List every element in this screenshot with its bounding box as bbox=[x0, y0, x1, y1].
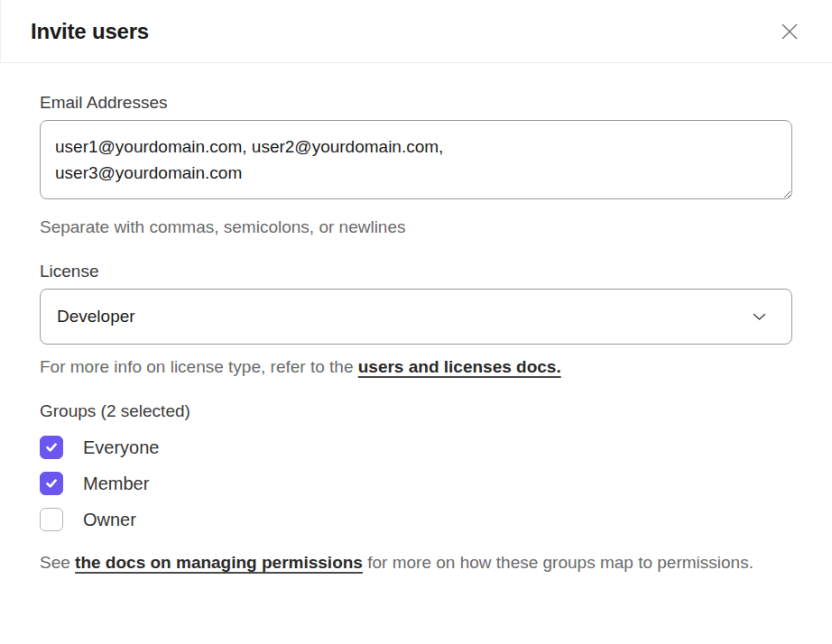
license-selected-value: Developer bbox=[57, 307, 135, 327]
managing-permissions-docs-link[interactable]: the docs on managing permissions bbox=[75, 553, 363, 572]
license-helper-prefix: For more info on license type, refer to … bbox=[40, 357, 358, 376]
modal-header: Invite users bbox=[0, 0, 832, 63]
email-helper-text: Separate with commas, semicolons, or new… bbox=[40, 214, 792, 240]
group-option-everyone[interactable]: Everyone bbox=[40, 434, 792, 461]
checkmark-icon bbox=[44, 440, 59, 455]
email-addresses-input[interactable]: user1@yourdomain.com, user2@yourdomain.c… bbox=[40, 120, 792, 199]
chevron-down-icon bbox=[753, 313, 766, 321]
group-option-owner[interactable]: Owner bbox=[40, 506, 792, 533]
email-addresses-field: Email Addresses user1@yourdomain.com, us… bbox=[40, 93, 792, 240]
close-button[interactable] bbox=[774, 16, 805, 47]
groups-helper-text: See the docs on managing permissions for… bbox=[40, 549, 792, 575]
license-field: License Developer For more info on licen… bbox=[40, 262, 792, 380]
users-and-licenses-docs-link[interactable]: users and licenses docs. bbox=[358, 357, 561, 376]
member-checkbox-label: Member bbox=[83, 474, 149, 494]
groups-label: Groups (2 selected) bbox=[40, 401, 792, 421]
email-addresses-label: Email Addresses bbox=[40, 93, 792, 113]
modal-body: Email Addresses user1@yourdomain.com, us… bbox=[0, 63, 832, 575]
license-helper-text: For more info on license type, refer to … bbox=[40, 354, 792, 380]
checkmark-icon bbox=[44, 476, 59, 491]
owner-checkbox-label: Owner bbox=[83, 510, 136, 530]
license-select[interactable]: Developer bbox=[40, 289, 792, 345]
groups-helper-suffix: for more on how these groups map to perm… bbox=[363, 553, 753, 572]
groups-field: Groups (2 selected) Everyone Member bbox=[40, 401, 792, 575]
group-option-member[interactable]: Member bbox=[40, 470, 792, 497]
everyone-checkbox[interactable] bbox=[40, 436, 63, 459]
close-icon bbox=[778, 20, 801, 43]
invite-users-modal: Invite users Email Addresses user1@yourd… bbox=[0, 0, 832, 644]
groups-helper-prefix: See bbox=[40, 553, 75, 572]
owner-checkbox[interactable] bbox=[40, 508, 63, 531]
member-checkbox[interactable] bbox=[40, 472, 63, 495]
modal-title: Invite users bbox=[31, 19, 149, 44]
license-label: License bbox=[40, 262, 792, 281]
everyone-checkbox-label: Everyone bbox=[83, 437, 160, 458]
